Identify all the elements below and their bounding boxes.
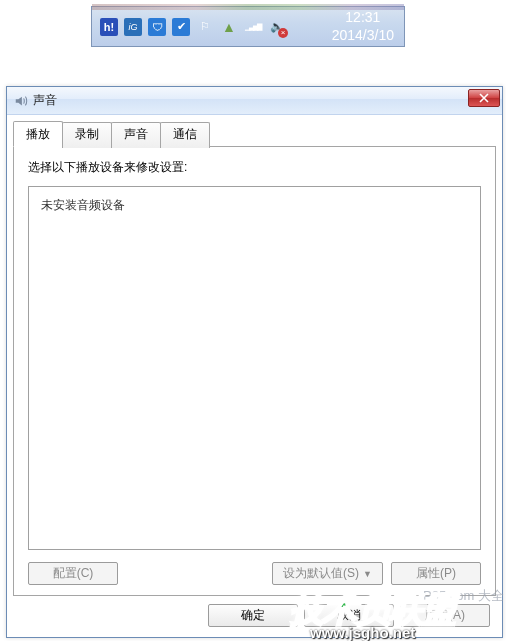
muted-badge-icon: × [278, 28, 288, 38]
cancel-button[interactable]: 取消 [304, 604, 394, 627]
tray-ig-icon[interactable]: iG [124, 18, 142, 36]
tray-icons: h! iG 🛡 ✔ ⚐ ▲ ▁▃▅▇ 🔈 × [92, 18, 286, 36]
dialog-body: 播放 录制 声音 通信 选择以下播放设备来修改设置: 未安装音频设备 配置(C)… [7, 115, 502, 637]
apply-button: 应用(A) [400, 604, 490, 627]
clock-date: 2014/3/10 [332, 27, 394, 45]
no-device-message: 未安装音频设备 [41, 197, 468, 214]
button-spacer [126, 562, 264, 585]
dropdown-icon: ▼ [363, 569, 372, 579]
dialog-title: 声音 [33, 92, 57, 109]
flag-icon[interactable]: ⚐ [196, 18, 214, 36]
tabstrip: 播放 录制 声音 通信 [13, 121, 496, 147]
speaker-icon [13, 93, 29, 109]
check-icon[interactable]: ✔ [172, 18, 190, 36]
set-default-label: 设为默认值(S) [283, 565, 359, 582]
taskbar-clock[interactable]: 12:31 2014/3/10 [332, 9, 404, 44]
signal-icon[interactable]: ▁▃▅▇ [244, 18, 262, 36]
taskbar: h! iG 🛡 ✔ ⚐ ▲ ▁▃▅▇ 🔈 × 12:31 2014/3/10 [91, 6, 405, 47]
close-button[interactable] [468, 89, 500, 107]
panel-buttons: 配置(C) 设为默认值(S) ▼ 属性(P) [28, 562, 481, 585]
tabpanel-playback: 选择以下播放设备来修改设置: 未安装音频设备 配置(C) 设为默认值(S) ▼ … [13, 146, 496, 596]
tab-sounds[interactable]: 声音 [111, 122, 161, 148]
up-arrow-icon[interactable]: ▲ [220, 18, 238, 36]
configure-button: 配置(C) [28, 562, 118, 585]
tab-communications[interactable]: 通信 [160, 122, 210, 148]
clock-time: 12:31 [332, 9, 394, 27]
dialog-action-buttons: 确定 取消 应用(A) [13, 596, 496, 637]
volume-muted-icon[interactable]: 🔈 × [268, 18, 286, 36]
set-default-button: 设为默认值(S) ▼ [272, 562, 383, 585]
ok-button[interactable]: 确定 [208, 604, 298, 627]
tab-playback[interactable]: 播放 [13, 121, 63, 147]
sound-dialog: 声音 播放 录制 声音 通信 选择以下播放设备来修改设置: 未安装音频设备 配置… [6, 86, 503, 638]
properties-button: 属性(P) [391, 562, 481, 585]
tab-recording[interactable]: 录制 [62, 122, 112, 148]
instruction-text: 选择以下播放设备来修改设置: [28, 159, 481, 176]
tray-h-icon[interactable]: h! [100, 18, 118, 36]
titlebar[interactable]: 声音 [7, 87, 502, 115]
shield-icon[interactable]: 🛡 [148, 18, 166, 36]
device-list[interactable]: 未安装音频设备 [28, 186, 481, 550]
taskbar-decoration [92, 4, 404, 10]
